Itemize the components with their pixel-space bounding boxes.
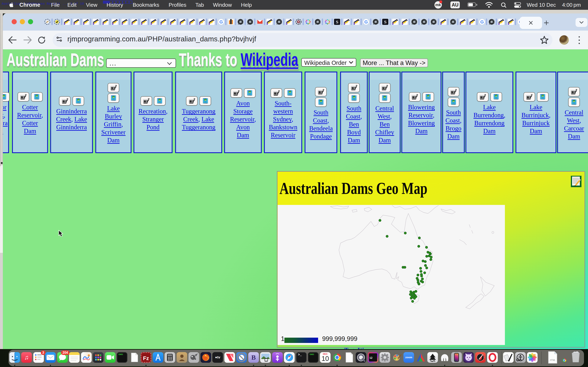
- svg-text:G: G: [480, 19, 484, 25]
- svg-text:HTML: HTML: [550, 359, 555, 361]
- svg-text:G: G: [219, 19, 223, 25]
- svg-text:S: S: [384, 19, 387, 25]
- svg-text:G: G: [364, 19, 368, 25]
- svg-text:S: S: [336, 19, 338, 25]
